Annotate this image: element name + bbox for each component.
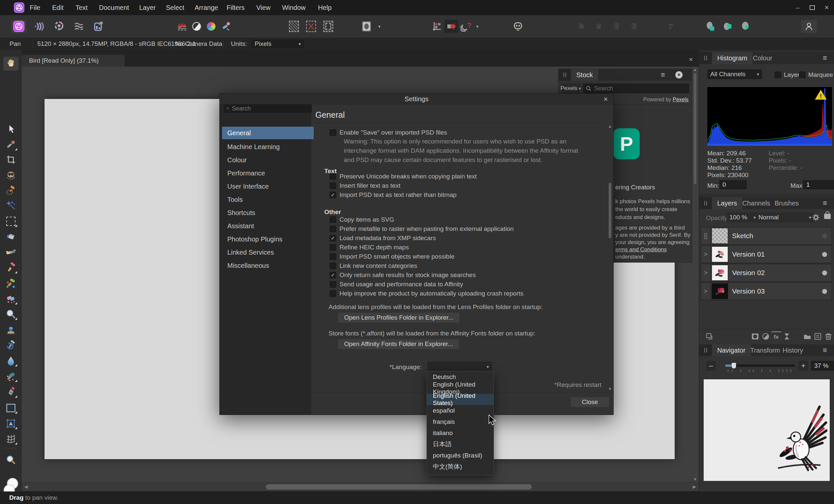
visibility-toggle[interactable] bbox=[822, 234, 827, 239]
option-psd-save[interactable]: Enable "Save" over imported PSD files bbox=[330, 128, 447, 137]
layer-thumbnail[interactable] bbox=[711, 246, 728, 262]
crop-tool[interactable] bbox=[3, 153, 19, 167]
clone-stamp-tool[interactable] bbox=[3, 323, 19, 337]
export-persona-button[interactable] bbox=[91, 20, 106, 33]
dialog-scrollbar[interactable]: ▲ ▼ bbox=[608, 124, 612, 391]
tab-stock[interactable]: Stock bbox=[571, 69, 598, 81]
settings-nav-colour[interactable]: Colour bbox=[222, 154, 314, 166]
expand-icon[interactable]: > bbox=[701, 246, 710, 263]
mask-layer-icon[interactable] bbox=[750, 331, 760, 342]
live-filter-icon[interactable]: fx bbox=[771, 331, 781, 342]
undo-brush-tool[interactable] bbox=[3, 338, 19, 352]
flood-select-tool[interactable] bbox=[3, 199, 19, 213]
layer-thumbnail[interactable] bbox=[711, 228, 728, 244]
layer-thumbnail[interactable] bbox=[711, 283, 728, 299]
marquee-select-tool[interactable] bbox=[3, 214, 19, 228]
tone-mapping-persona-button[interactable] bbox=[71, 20, 86, 33]
auto-colour-button[interactable] bbox=[204, 20, 218, 33]
window-close-button[interactable]: × bbox=[819, 0, 834, 15]
move-by-whole-pixels-button[interactable] bbox=[444, 20, 458, 33]
checkbox[interactable] bbox=[330, 173, 336, 180]
language-option-chinese[interactable]: 中文(简体) bbox=[427, 461, 493, 472]
move-tool[interactable] bbox=[3, 122, 19, 136]
panel-menu-icon[interactable]: ≡ bbox=[823, 200, 830, 206]
checkbox[interactable] bbox=[330, 226, 336, 232]
smudge-brush-tool[interactable] bbox=[3, 369, 19, 383]
layer-row-version-03[interactable]: > Version 03 bbox=[701, 282, 832, 300]
menu-select[interactable]: Select bbox=[166, 0, 184, 15]
panel-menu-icon[interactable]: ≡ bbox=[661, 71, 668, 78]
scroll-down-icon[interactable]: ▼ bbox=[608, 387, 612, 391]
stock-search-input[interactable] bbox=[593, 85, 686, 92]
menu-view[interactable]: View bbox=[256, 0, 270, 15]
develop-persona-button[interactable] bbox=[51, 20, 67, 33]
panel-close-icon[interactable]: × bbox=[675, 71, 683, 79]
photo-persona-button[interactable] bbox=[11, 20, 26, 33]
checkbox[interactable] bbox=[330, 253, 336, 260]
navigator-preview[interactable] bbox=[704, 379, 830, 481]
max-input[interactable]: 1 bbox=[803, 180, 834, 189]
checkbox[interactable] bbox=[330, 244, 336, 251]
open-affinity-fonts-button[interactable]: Open Affinity Fonts Folder in Explorer..… bbox=[338, 339, 459, 349]
dialog-scroll-thumb[interactable] bbox=[609, 183, 611, 238]
settings-search-box[interactable] bbox=[224, 104, 312, 113]
snapping-grid-button[interactable] bbox=[430, 20, 444, 33]
settings-nav-tools[interactable]: Tools bbox=[222, 193, 314, 206]
lock-icon[interactable] bbox=[824, 214, 831, 219]
zoom-out-button[interactable]: – bbox=[706, 361, 716, 371]
horizontal-scrollbar[interactable]: ◀ ▶ bbox=[22, 482, 699, 491]
quick-mask-button[interactable] bbox=[358, 20, 375, 33]
option-link-content[interactable]: Link new content categories bbox=[330, 262, 417, 270]
visibility-toggle[interactable] bbox=[822, 289, 827, 294]
option-filler-text[interactable]: Insert filler text as text bbox=[330, 181, 400, 190]
colour-picker-tool[interactable] bbox=[3, 138, 19, 152]
option-xmp[interactable]: ✓Load metadata from XMP sidecars bbox=[330, 234, 436, 242]
account-button[interactable] bbox=[801, 20, 817, 33]
zoom-in-button[interactable]: + bbox=[798, 361, 808, 371]
mesh-warp-tool[interactable] bbox=[3, 432, 19, 446]
assistant-button[interactable] bbox=[510, 20, 526, 33]
opacity-select[interactable]: 100 %▾ bbox=[726, 213, 759, 222]
selection-new-button[interactable] bbox=[286, 20, 302, 33]
erase-brush-tool[interactable] bbox=[3, 292, 19, 306]
paint-brush-tool[interactable] bbox=[3, 261, 19, 275]
selection-brush-tool[interactable] bbox=[3, 184, 19, 198]
menu-layer[interactable]: Layer bbox=[139, 0, 156, 15]
settings-nav-machine-learning[interactable]: Machine Learning bbox=[222, 140, 314, 153]
checkbox-checked[interactable]: ✓ bbox=[330, 235, 336, 241]
scroll-down-icon[interactable]: ▼ bbox=[693, 477, 697, 482]
option-metafile[interactable]: Prefer metafile to raster when pasting f… bbox=[330, 225, 514, 233]
marquee-checkbox-row[interactable]: Marquee bbox=[799, 71, 833, 79]
tab-bar-close-icon[interactable]: × bbox=[689, 56, 693, 63]
language-option-italiano[interactable]: italiano bbox=[427, 428, 493, 439]
zoom-slider[interactable] bbox=[725, 365, 795, 367]
delete-layer-icon[interactable] bbox=[824, 331, 833, 342]
layer-thumbnail[interactable] bbox=[711, 265, 728, 281]
scroll-up-icon[interactable]: ▲ bbox=[693, 67, 697, 72]
auto-white-balance-button[interactable] bbox=[219, 20, 233, 33]
option-crash-reports[interactable]: Help improve the product by automaticall… bbox=[330, 289, 524, 298]
layer-row-version-01[interactable]: > Version 01 bbox=[701, 245, 832, 263]
terms-and-conditions-link[interactable]: erms and Conditions bbox=[615, 246, 667, 253]
layer-row-version-02[interactable]: > Version 02 bbox=[701, 264, 832, 282]
checkbox[interactable] bbox=[330, 216, 336, 223]
stock-search-box[interactable] bbox=[583, 84, 689, 93]
selection-invert-button[interactable] bbox=[320, 20, 336, 33]
colour-replacement-brush-tool[interactable] bbox=[3, 277, 19, 290]
snapping-magnet-button[interactable]: ? bbox=[459, 20, 473, 33]
checkbox[interactable] bbox=[330, 182, 336, 189]
close-button[interactable]: Close bbox=[571, 397, 609, 407]
settings-nav-general[interactable]: General bbox=[222, 127, 314, 139]
option-heic[interactable]: Refine HEIC depth maps bbox=[330, 243, 409, 252]
language-option-japanese[interactable]: 日本語 bbox=[427, 439, 493, 450]
option-copy-svg[interactable]: Copy items as SVG bbox=[330, 215, 394, 224]
checkbox[interactable] bbox=[330, 129, 336, 136]
window-minimize-button[interactable]: – bbox=[790, 0, 805, 15]
option-safe-search[interactable]: ✓Only return safe results for stock imag… bbox=[330, 271, 476, 279]
menu-edit[interactable]: Edit bbox=[52, 0, 63, 15]
visibility-toggle[interactable] bbox=[822, 252, 827, 257]
menu-window[interactable]: Window bbox=[282, 0, 306, 15]
blend-mode-select[interactable]: Normal▾ bbox=[755, 213, 814, 222]
dialog-close-icon[interactable]: × bbox=[601, 95, 610, 104]
zoom-value-input[interactable]: 37 % bbox=[811, 361, 834, 371]
